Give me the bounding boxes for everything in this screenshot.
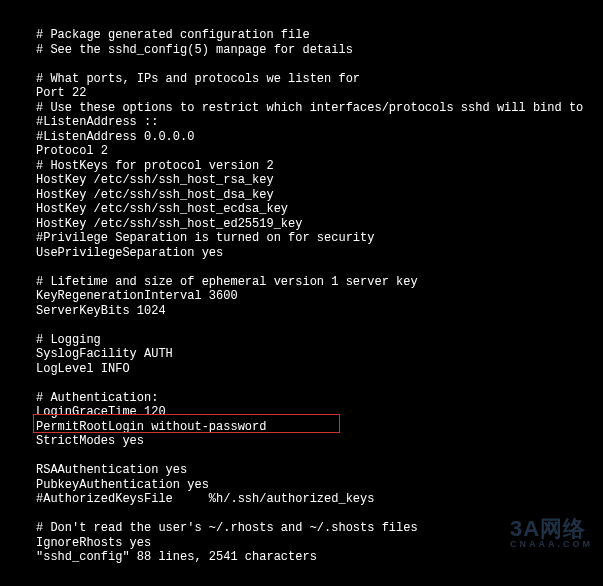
config-line-14: #Privilege Separation is turned on for s… — [36, 231, 567, 246]
config-line-1: # See the sshd_config(5) manpage for det… — [36, 43, 567, 58]
config-line-26: LoginGraceTime 120 — [36, 405, 567, 420]
config-line-34: # Don't read the user's ~/.rhosts and ~/… — [36, 521, 567, 536]
config-line-29 — [36, 449, 567, 464]
config-line-28: StrictModes yes — [36, 434, 567, 449]
config-line-15: UsePrivilegeSeparation yes — [36, 246, 567, 261]
config-line-23: LogLevel INFO — [36, 362, 567, 377]
config-line-27: PermitRootLogin without-password — [36, 420, 567, 435]
config-line-13: HostKey /etc/ssh/ssh_host_ed25519_key — [36, 217, 567, 232]
config-line-30: RSAAuthentication yes — [36, 463, 567, 478]
config-line-19: ServerKeyBits 1024 — [36, 304, 567, 319]
config-line-8: Protocol 2 — [36, 144, 567, 159]
config-line-10: HostKey /etc/ssh/ssh_host_rsa_key — [36, 173, 567, 188]
config-line-9: # HostKeys for protocol version 2 — [36, 159, 567, 174]
config-line-17: # Lifetime and size of ephemeral version… — [36, 275, 567, 290]
config-line-16 — [36, 260, 567, 275]
config-line-11: HostKey /etc/ssh/ssh_host_dsa_key — [36, 188, 567, 203]
config-line-24 — [36, 376, 567, 391]
config-line-22: SyslogFacility AUTH — [36, 347, 567, 362]
config-line-36: "sshd_config" 88 lines, 2541 characters — [36, 550, 567, 565]
config-line-32: #AuthorizedKeysFile %h/.ssh/authorized_k… — [36, 492, 567, 507]
config-line-5: # Use these options to restrict which in… — [36, 101, 567, 116]
config-line-33 — [36, 507, 567, 522]
config-line-12: HostKey /etc/ssh/ssh_host_ecdsa_key — [36, 202, 567, 217]
config-line-7: #ListenAddress 0.0.0.0 — [36, 130, 567, 145]
config-line-20 — [36, 318, 567, 333]
config-line-25: # Authentication: — [36, 391, 567, 406]
config-line-6: #ListenAddress :: — [36, 115, 567, 130]
config-line-21: # Logging — [36, 333, 567, 348]
config-line-4: Port 22 — [36, 86, 567, 101]
config-line-35: IgnoreRhosts yes — [36, 536, 567, 551]
config-line-0: # Package generated configuration file — [36, 28, 567, 43]
config-line-2 — [36, 57, 567, 72]
config-line-18: KeyRegenerationInterval 3600 — [36, 289, 567, 304]
config-line-3: # What ports, IPs and protocols we liste… — [36, 72, 567, 87]
terminal-output: # Package generated configuration file# … — [36, 28, 567, 565]
config-line-31: PubkeyAuthentication yes — [36, 478, 567, 493]
